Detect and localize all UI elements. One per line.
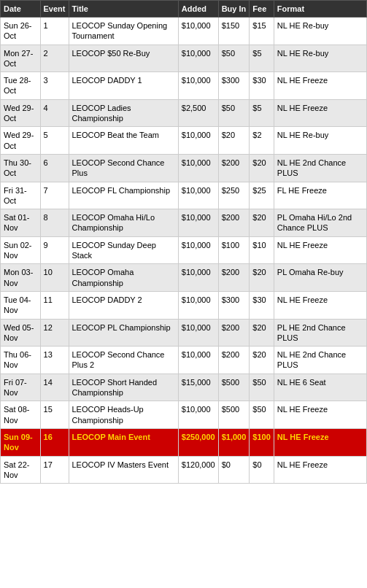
cell-event: 5 [40, 127, 69, 155]
cell-format: PL Omaha Re-buy [274, 264, 366, 292]
cell-date: Tue 04-Nov [1, 291, 41, 319]
table-row: Fri 31-Oct7LEOCOP FL Championship$10,000… [1, 182, 367, 209]
cell-added: $10,000 [178, 18, 218, 45]
cell-fee: $100 [250, 428, 274, 456]
cell-event: 16 [40, 428, 69, 456]
cell-format: NL HE Freeze [274, 456, 366, 484]
cell-event: 6 [40, 154, 69, 182]
table-row: Tue 04-Nov11LEOCOP DADDY 2$10,000$300$30… [1, 291, 367, 319]
cell-date: Thu 30-Oct [1, 154, 41, 182]
cell-date: Sun 26-Oct [1, 18, 41, 45]
cell-fee: $20 [250, 264, 274, 292]
cell-date: Sun 02-Nov [1, 236, 41, 264]
cell-format: NL HE Re-buy [274, 18, 366, 45]
cell-buyin: $300 [218, 291, 250, 319]
cell-format: NL HE Freeze [274, 291, 366, 319]
cell-date: Sat 01-Nov [1, 209, 41, 237]
cell-fee: $2 [250, 127, 274, 155]
table-row: Mon 03-Nov10LEOCOP Omaha Championship$10… [1, 264, 367, 292]
cell-format: NL HE Freeze [274, 72, 366, 100]
cell-event: 2 [40, 45, 69, 72]
cell-fee: $5 [250, 45, 274, 72]
table-row: Sat 22-Nov17LEOCOP IV Masters Event$120,… [1, 456, 367, 484]
table-row: Thu 30-Oct6LEOCOP Second Chance Plus$10,… [1, 154, 367, 182]
cell-event: 17 [40, 456, 69, 484]
cell-title: LEOCOP PL Championship [69, 319, 178, 347]
cell-added: $10,000 [178, 401, 218, 429]
cell-date: Mon 27-Oct [1, 45, 41, 72]
cell-date: Fri 07-Nov [1, 374, 41, 401]
cell-added: $10,000 [178, 127, 218, 155]
cell-added: $2,500 [178, 99, 218, 127]
cell-event: 8 [40, 209, 69, 237]
cell-format: PL HE 2nd Chance PLUS [274, 319, 366, 347]
cell-date: Tue 28-Oct [1, 72, 41, 100]
cell-added: $15,000 [178, 374, 218, 401]
cell-added: $10,000 [178, 291, 218, 319]
table-row: Wed 29-Oct5LEOCOP Beat the Team$10,000$2… [1, 127, 367, 155]
cell-date: Sat 22-Nov [1, 456, 41, 484]
table-row: Tue 28-Oct3LEOCOP DADDY 1$10,000$300$30N… [1, 72, 367, 100]
cell-title: LEOCOP Short Handed Championship [69, 374, 178, 401]
cell-buyin: $500 [218, 401, 250, 429]
cell-buyin: $300 [218, 72, 250, 100]
cell-buyin: $500 [218, 374, 250, 401]
table-row: Thu 06-Nov13LEOCOP Second Chance Plus 2$… [1, 347, 367, 374]
cell-added: $10,000 [178, 154, 218, 182]
cell-buyin: $1,000 [218, 428, 250, 456]
cell-title: LEOCOP DADDY 1 [69, 72, 178, 100]
cell-event: 1 [40, 18, 69, 45]
cell-event: 10 [40, 264, 69, 292]
cell-title: LEOCOP Omaha Hi/Lo Championship [69, 209, 178, 237]
cell-date: Fri 31-Oct [1, 182, 41, 209]
table-row: Mon 27-Oct2LEOCOP $50 Re-Buy$10,000$50$5… [1, 45, 367, 72]
cell-title: LEOCOP Beat the Team [69, 127, 178, 155]
cell-format: NL HE Freeze [274, 401, 366, 429]
cell-format: FL HE Freeze [274, 182, 366, 209]
cell-fee: $15 [250, 18, 274, 45]
cell-fee: $10 [250, 236, 274, 264]
table-row: Sat 08-Nov15LEOCOP Heads-Up Championship… [1, 401, 367, 429]
header-date: Date [1, 1, 41, 18]
cell-title: LEOCOP Sunday Deep Stack [69, 236, 178, 264]
cell-fee: $25 [250, 182, 274, 209]
cell-fee: $30 [250, 291, 274, 319]
cell-buyin: $150 [218, 18, 250, 45]
header-added: Added [178, 1, 218, 18]
cell-format: PL Omaha Hi/Lo 2nd Chance PLUS [274, 209, 366, 237]
cell-date: Sun 09-Nov [1, 428, 41, 456]
cell-format: NL HE Freeze [274, 236, 366, 264]
cell-event: 12 [40, 319, 69, 347]
cell-event: 13 [40, 347, 69, 374]
cell-title: LEOCOP Sunday Opening Tournament [69, 18, 178, 45]
cell-title: LEOCOP Omaha Championship [69, 264, 178, 292]
cell-format: NL HE Re-buy [274, 45, 366, 72]
cell-event: 14 [40, 374, 69, 401]
cell-fee: $30 [250, 72, 274, 100]
cell-added: $10,000 [178, 264, 218, 292]
cell-title: LEOCOP FL Championship [69, 182, 178, 209]
cell-format: NL HE 2nd Chance PLUS [274, 347, 366, 374]
header-event: Event [40, 1, 69, 18]
header-title: Title [69, 1, 178, 18]
cell-event: 4 [40, 99, 69, 127]
cell-title: LEOCOP IV Masters Event [69, 456, 178, 484]
cell-buyin: $200 [218, 319, 250, 347]
cell-date: Wed 29-Oct [1, 99, 41, 127]
table-row: Wed 05-Nov12LEOCOP PL Championship$10,00… [1, 319, 367, 347]
cell-date: Mon 03-Nov [1, 264, 41, 292]
cell-buyin: $50 [218, 99, 250, 127]
cell-added: $10,000 [178, 319, 218, 347]
cell-buyin: $0 [218, 456, 250, 484]
header-fee: Fee [250, 1, 274, 18]
cell-added: $10,000 [178, 182, 218, 209]
cell-event: 3 [40, 72, 69, 100]
cell-title: LEOCOP Heads-Up Championship [69, 401, 178, 429]
cell-format: NL HE Freeze [274, 428, 366, 456]
cell-format: NL HE 6 Seat [274, 374, 366, 401]
cell-buyin: $20 [218, 127, 250, 155]
cell-added: $10,000 [178, 347, 218, 374]
table-row: Sat 01-Nov8LEOCOP Omaha Hi/Lo Championsh… [1, 209, 367, 237]
table-row: Sun 26-Oct1LEOCOP Sunday Opening Tournam… [1, 18, 367, 45]
cell-buyin: $200 [218, 154, 250, 182]
